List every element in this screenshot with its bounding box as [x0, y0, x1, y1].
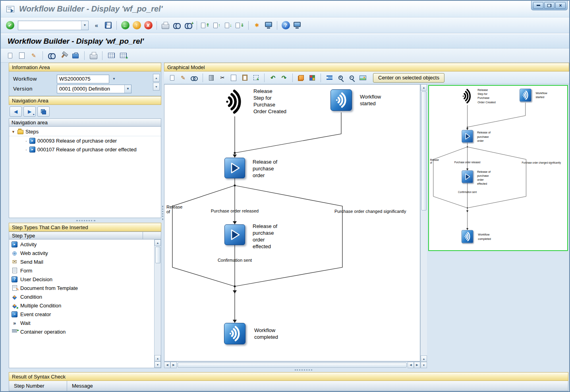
create-button[interactable] [5, 50, 15, 61]
workflow-started-node[interactable] [330, 89, 352, 111]
step-type-container-operation[interactable]: ▸ Container operation [9, 327, 154, 336]
step-type-form[interactable]: Form [9, 266, 154, 275]
step-type-send-mail[interactable]: ✉ Send Mail [9, 257, 154, 266]
start-event-node[interactable] [461, 87, 474, 106]
scroll-left-button[interactable]: ◀ [408, 362, 414, 368]
table-view-button[interactable] [106, 50, 116, 61]
tree-node-steps[interactable]: ▼ Steps [9, 127, 161, 136]
new-session-button[interactable]: ✱ [252, 20, 262, 31]
gm-object-button[interactable] [296, 73, 306, 83]
collapse-toolbar-button[interactable]: « [91, 20, 102, 31]
enter-button[interactable]: ✔ [5, 20, 15, 31]
find-button[interactable] [172, 20, 182, 31]
minimize-button[interactable] [533, 2, 543, 9]
bottom-splitter[interactable] [1, 368, 569, 372]
step-type-activity[interactable]: ▸ Activity [9, 240, 154, 249]
scroll-down-button[interactable]: ▼ [421, 362, 427, 368]
command-dropdown-icon[interactable]: ▼ [81, 21, 88, 30]
column-step-number[interactable]: Step Number [9, 381, 67, 391]
scrollbar-thumb[interactable] [155, 247, 160, 263]
scroll-up-button[interactable]: ▲ [421, 355, 427, 362]
save-button[interactable] [103, 20, 113, 31]
version-select[interactable]: 0001 (0000) Definition ▼ [57, 85, 131, 93]
next-page-button[interactable]: ↓ [223, 20, 234, 31]
create-shortcut-button[interactable] [263, 20, 274, 31]
info-scroll-up-button[interactable]: ▲ [153, 74, 160, 82]
step-type-multiple-condition[interactable]: ◆◆◆ Multiple Condition [9, 301, 154, 310]
release-po-node[interactable] [462, 130, 473, 142]
scroll-up-button[interactable]: ▲ [155, 239, 161, 246]
workflow-field[interactable]: WS20000075 [57, 75, 109, 83]
command-input[interactable] [18, 21, 81, 30]
gm-undo-button[interactable]: ↶ [268, 73, 278, 83]
first-page-button[interactable]: ⇑ [200, 20, 211, 31]
scroll-up-button[interactable]: ▲ [155, 355, 161, 361]
customize-layout-button[interactable] [292, 20, 302, 31]
step-type-document-from-template[interactable]: ✎ Document from Template [9, 284, 154, 292]
last-page-button[interactable]: ⇓ [235, 20, 245, 31]
release-po-effected-node[interactable] [224, 224, 245, 245]
center-on-selected-button[interactable]: Center on selected objects [373, 73, 444, 83]
workflow-dropdown-icon[interactable]: ▼ [111, 77, 117, 81]
help-button[interactable]: ? [280, 20, 291, 31]
scroll-right-button[interactable]: ▶ [414, 362, 420, 368]
gm-delete-button[interactable] [207, 73, 216, 83]
gm-paste-button[interactable] [240, 73, 249, 83]
tree-expand-icon[interactable]: ▼ [12, 130, 15, 134]
gm-hierarchy-button[interactable] [325, 73, 334, 83]
workflow-started-node[interactable] [520, 89, 531, 102]
workflow-completed-node[interactable] [224, 323, 245, 344]
restore-button[interactable] [544, 2, 555, 9]
step-type-user-decision[interactable]: ? User Decision [9, 275, 154, 284]
previous-page-button[interactable]: ↑ [212, 20, 222, 31]
syntax-check-button[interactable]: ✎ [29, 50, 39, 61]
step-type-wait[interactable]: » Wait [9, 319, 154, 327]
gm-create-button[interactable] [167, 73, 177, 83]
cancel-button[interactable]: ✘ [143, 20, 153, 31]
horizontal-splitter[interactable] [9, 218, 161, 223]
gm-insert-button[interactable] [251, 73, 261, 83]
gm-edit-button[interactable]: ✎ [178, 73, 188, 83]
gm-cut-button[interactable]: ✂ [218, 73, 227, 83]
step-type-column-header[interactable]: Step Type [9, 232, 161, 239]
find-next-button[interactable]: + [183, 20, 193, 31]
nav-back-button[interactable]: ◀ [10, 106, 22, 117]
vertical-splitter[interactable] [161, 63, 164, 368]
print-button[interactable] [160, 20, 170, 31]
column-message[interactable]: Message [67, 381, 568, 391]
scroll-left-button[interactable]: ◀ [164, 362, 170, 368]
start-event-node[interactable] [223, 87, 246, 118]
scrollbar-thumb[interactable] [421, 91, 427, 210]
gm-zoom-in-button[interactable]: + [336, 73, 345, 83]
nav-forward-button[interactable]: ▶▸ [23, 106, 36, 117]
gm-copy-button[interactable] [229, 73, 238, 83]
gm-redo-button[interactable]: ↷ [279, 73, 289, 83]
tree-node-step-000093[interactable]: · ▸ 000093 Release of purchase order [9, 136, 161, 145]
exit-button[interactable]: ↑ [131, 20, 142, 31]
close-button[interactable]: × [555, 2, 566, 9]
gm-fit-view-button[interactable] [358, 73, 367, 83]
gm-display-change-button[interactable] [189, 73, 199, 83]
print-workflow-button[interactable] [88, 50, 99, 61]
workflow-canvas[interactable]: Release Step for Purchase Order Created [164, 84, 420, 361]
scroll-up-button[interactable]: ▲ [421, 84, 427, 91]
workflow-completed-node[interactable] [462, 230, 473, 243]
tree-node-step-000107[interactable]: · ▸ 000107 Release of purchase order eff… [9, 145, 161, 154]
copy-button[interactable] [17, 50, 27, 61]
back-button[interactable]: ← [120, 20, 130, 31]
release-po-node[interactable] [224, 158, 245, 178]
scroll-right-button[interactable]: ▶ [170, 362, 177, 368]
scroll-down-button[interactable]: ▼ [155, 361, 161, 368]
nav-overview-button[interactable] [37, 106, 50, 117]
scrollbar-thumb[interactable] [178, 363, 407, 368]
search-button[interactable] [46, 50, 57, 61]
test-button[interactable] [58, 50, 69, 61]
step-type-web-activity[interactable]: ⊕ Web activity [9, 249, 154, 257]
info-scroll-down-button[interactable]: ▼ [153, 83, 160, 91]
step-type-condition[interactable]: ◆◆ Condition [9, 292, 154, 301]
overview-minimap[interactable]: Release Step for Purchase Order Created [428, 85, 568, 251]
step-type-event-creator[interactable]: » Event creator [9, 310, 154, 319]
gm-color-grid-button[interactable] [307, 73, 317, 83]
gm-zoom-out-button[interactable]: − [347, 73, 356, 83]
table-create-button[interactable] [118, 50, 128, 61]
